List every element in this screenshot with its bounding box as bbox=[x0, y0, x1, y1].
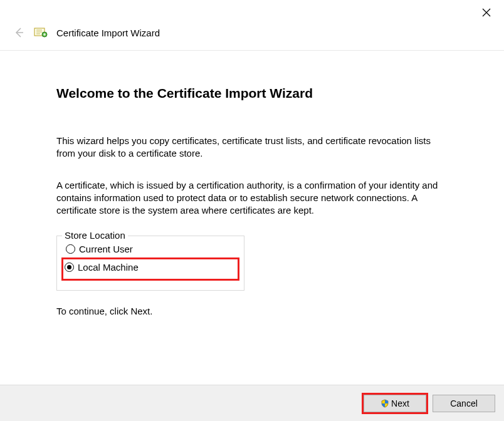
radio-label: Current User bbox=[79, 244, 133, 254]
store-location-group: Store Location Current User Local Machin… bbox=[56, 236, 244, 291]
title-bar bbox=[0, 0, 504, 25]
wizard-footer: Next Cancel bbox=[0, 385, 504, 421]
certificate-icon bbox=[34, 26, 49, 39]
next-button[interactable]: Next bbox=[364, 395, 426, 412]
next-button-label: Next bbox=[391, 398, 409, 408]
radio-label: Local Machine bbox=[78, 262, 139, 273]
radio-icon bbox=[66, 244, 75, 254]
cancel-button[interactable]: Cancel bbox=[433, 395, 495, 412]
intro-paragraph-2: A certificate, which is issued by a cert… bbox=[56, 179, 448, 217]
continue-instruction: To continue, click Next. bbox=[56, 306, 448, 316]
wizard-header: Certificate Import Wizard bbox=[0, 25, 504, 51]
cancel-button-label: Cancel bbox=[450, 398, 478, 408]
intro-paragraph-1: This wizard helps you copy certificates,… bbox=[56, 135, 448, 160]
store-location-legend: Store Location bbox=[62, 230, 128, 241]
page-heading: Welcome to the Certificate Import Wizard bbox=[56, 86, 448, 101]
radio-icon bbox=[65, 262, 74, 272]
uac-shield-icon bbox=[381, 399, 389, 408]
back-button[interactable] bbox=[11, 25, 26, 40]
wizard-title: Certificate Import Wizard bbox=[56, 28, 160, 38]
close-button[interactable] bbox=[476, 3, 496, 23]
radio-local-machine[interactable]: Local Machine bbox=[62, 258, 239, 280]
radio-current-user[interactable]: Current User bbox=[63, 240, 238, 258]
wizard-content: Welcome to the Certificate Import Wizard… bbox=[0, 51, 504, 316]
